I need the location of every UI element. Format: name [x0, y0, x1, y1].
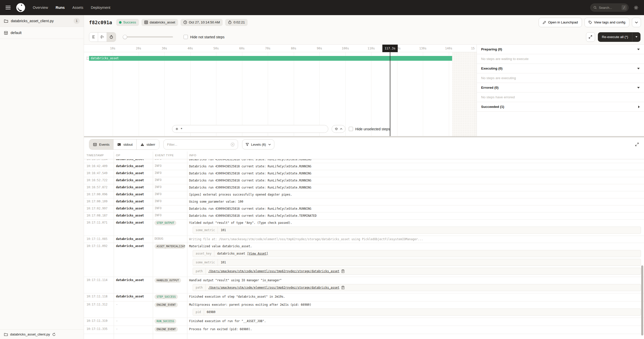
hide-unselected-label: Hide unselected steps: [355, 127, 390, 131]
clear-filter-icon[interactable]: [230, 142, 235, 147]
log-timestamp[interactable]: 10:16:52.722: [84, 177, 114, 184]
copy-icon[interactable]: [341, 286, 344, 289]
log-event-type: INFO: [153, 163, 187, 170]
section-errored[interactable]: Errored (0): [477, 83, 644, 93]
log-timestamp[interactable]: 10:17:11.071: [84, 220, 114, 236]
sidebar-item-default-job[interactable]: default: [0, 27, 84, 39]
gantt-fullscreen-button[interactable]: [586, 32, 595, 42]
metadata-entry: some_metric101: [193, 227, 641, 234]
levels-filter-button[interactable]: Levels (6): [242, 139, 274, 149]
log-row: 10:17:02.997databricks_assetINFODatabric…: [84, 205, 644, 212]
timeline-tick-label: 90s: [317, 47, 322, 50]
log-op[interactable]: databricks_asset: [114, 212, 153, 219]
tab-stderr[interactable]: stderr: [137, 139, 159, 149]
gear-icon[interactable]: [634, 5, 638, 10]
log-timestamp[interactable]: 10:17:00.109: [84, 198, 114, 205]
log-op[interactable]: databricks_asset: [114, 170, 153, 177]
log-op[interactable]: databricks_asset: [114, 177, 153, 184]
log-row: 10:17:11.118databricks_assetSTEP_SUCCESS…: [84, 293, 644, 301]
search-input[interactable]: Search... /: [590, 4, 629, 12]
section-executing[interactable]: Executing (0): [477, 64, 644, 73]
log-op[interactable]: databricks_asset: [114, 205, 153, 212]
log-row: 10:17:11.092databricks_assetASSET_MATERI…: [84, 243, 644, 277]
metadata-value: 101: [218, 227, 641, 233]
log-op[interactable]: -: [114, 318, 153, 326]
metadata-value-text: 101: [221, 228, 226, 232]
hide-unselected-checkbox[interactable]: [349, 127, 353, 131]
run-actions-chevron-button[interactable]: [632, 18, 641, 27]
metadata-path-link[interactable]: /Users/smackesey/stm/code/elementl/oss/t…: [209, 286, 339, 289]
gantt-step-bar[interactable]: databricks_asset: [89, 56, 452, 61]
nav-link-runs[interactable]: Runs: [55, 6, 65, 10]
log-op[interactable]: databricks_asset: [114, 293, 153, 301]
sidebar-item-code-location[interactable]: databricks_asset_client.py 1: [0, 15, 84, 27]
dagster-logo[interactable]: [16, 3, 25, 12]
log-timestamp[interactable]: 10:17:11.319: [84, 318, 114, 326]
nav-link-deployment[interactable]: Deployment: [91, 6, 110, 10]
log-op[interactable]: databricks_asset: [114, 159, 153, 163]
log-timestamp[interactable]: 10:17:11.092: [84, 243, 114, 277]
log-op[interactable]: databricks_asset: [114, 198, 153, 205]
log-timestamp[interactable]: 10:17:11.114: [84, 277, 114, 293]
log-row: 10:17:11.335-ENGINE_EVENTProcess for run…: [84, 326, 644, 334]
section-preparing[interactable]: Preparing (0): [477, 45, 644, 54]
view-tags-config-button[interactable]: View tags and config: [584, 18, 629, 27]
log-timestamp[interactable]: 10:17:00.096: [84, 191, 114, 198]
op-selection-input[interactable]: *: [172, 125, 328, 133]
run-header: f82c091a Success databricks_asset Oct 27…: [84, 15, 644, 29]
log-timestamp[interactable]: 10:17:11.312: [84, 301, 114, 318]
tab-stdout[interactable]: stdout: [113, 139, 137, 149]
open-in-launchpad-button[interactable]: Open in Launchpad: [539, 18, 582, 27]
log-op[interactable]: databricks_asset: [114, 220, 153, 236]
log-op[interactable]: databricks_asset: [114, 163, 153, 170]
log-op[interactable]: databricks_asset: [114, 277, 153, 293]
reexecute-all-button[interactable]: Re-execute all (*): [598, 32, 640, 42]
timeline-tick-label: 70s: [265, 47, 271, 50]
nav-link-overview[interactable]: Overview: [33, 6, 48, 10]
log-timestamp[interactable]: 10:16:37.284: [84, 159, 114, 163]
run-id: f82c091a: [89, 20, 112, 25]
metadata-path-link[interactable]: /Users/smackesey/stm/code/elementl/oss/t…: [209, 269, 339, 273]
log-filter-input[interactable]: Filter...: [163, 139, 238, 149]
log-timestamp[interactable]: 10:17:11.118: [84, 293, 114, 301]
event-type-badge: ENGINE_EVENT: [155, 302, 178, 307]
flat-view-button[interactable]: [89, 33, 98, 42]
zoom-slider-thumb[interactable]: [123, 35, 127, 39]
copy-icon[interactable]: [341, 269, 344, 273]
time-marker-line[interactable]: [390, 52, 390, 136]
log-op[interactable]: databricks_asset: [114, 184, 153, 191]
warning-triangle-icon: [140, 143, 144, 146]
log-timestamp[interactable]: 10:17:08.187: [84, 212, 114, 219]
log-timestamp[interactable]: 10:17:11.085: [84, 236, 114, 243]
gantt-chart[interactable]: 10s20s30s40s50s60s70s80s90s100s110s120s1…: [84, 45, 477, 136]
view-asset-link[interactable]: [View Asset]: [247, 252, 268, 255]
log-op[interactable]: -: [114, 301, 153, 318]
log-op[interactable]: databricks_asset: [114, 243, 153, 277]
graph-query-toggle-button[interactable]: [332, 125, 345, 133]
log-timestamp[interactable]: 10:17:11.335: [84, 326, 114, 334]
hamburger-menu-icon[interactable]: [6, 6, 11, 9]
waterfall-view-button[interactable]: [98, 33, 107, 42]
log-timestamp[interactable]: 10:16:42.409: [84, 163, 114, 170]
hide-not-started-checkbox[interactable]: [184, 35, 188, 39]
log-timestamp[interactable]: 10:16:47.549: [84, 170, 114, 177]
log-scrollbar-thumb[interactable]: [641, 265, 643, 335]
log-timestamp[interactable]: 10:17:02.997: [84, 205, 114, 212]
nav-link-assets[interactable]: Assets: [72, 6, 83, 10]
log-event-type: DEBUG: [153, 236, 187, 243]
run-target-tag[interactable]: databricks_asset: [141, 19, 178, 26]
refresh-icon[interactable]: [52, 333, 56, 336]
tab-events[interactable]: Events: [89, 139, 113, 149]
log-op[interactable]: databricks_asset: [114, 191, 153, 198]
log-timestamp[interactable]: 10:16:57.872: [84, 184, 114, 191]
zoom-slider[interactable]: [124, 36, 173, 38]
timed-view-button[interactable]: [107, 33, 116, 42]
section-succeeded[interactable]: Succeeded (1): [477, 102, 644, 112]
event-type-badge: ENGINE_EVENT: [155, 327, 178, 332]
metadata-value: /Users/smackesey/stm/code/elementl/oss/t…: [206, 284, 641, 291]
log-op[interactable]: databricks_asset: [114, 236, 153, 243]
log-op[interactable]: -: [114, 326, 153, 334]
reexecute-options-chevron[interactable]: [632, 36, 640, 38]
log-fullscreen-icon[interactable]: [635, 142, 639, 146]
stopwatch-icon: [228, 20, 232, 24]
